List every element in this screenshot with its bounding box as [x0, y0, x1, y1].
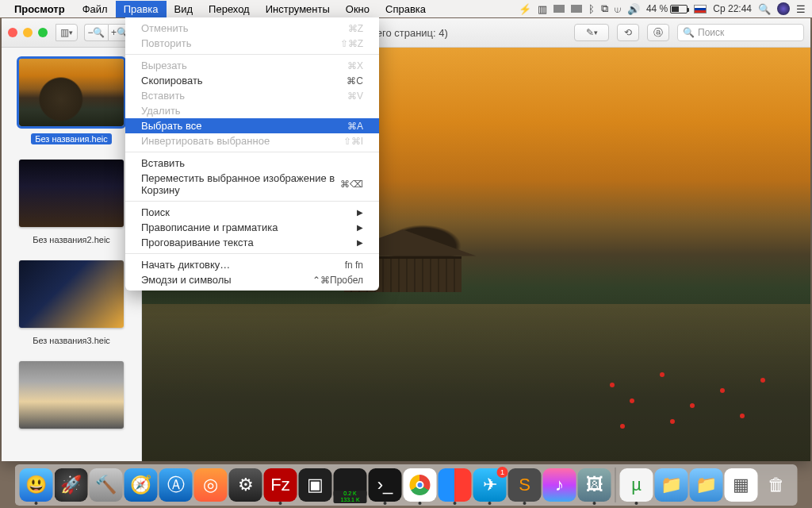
dock-app-hammer[interactable]: 🔨	[90, 468, 123, 502]
thumbnail-image[interactable]	[19, 260, 124, 328]
dock-app-orange[interactable]: ◎	[194, 468, 228, 502]
menu-spelling[interactable]: Правописание и грамматика▶	[125, 220, 379, 235]
dock-appstore[interactable]: Ⓐ	[159, 468, 193, 502]
clock[interactable]: Ср 22:44	[713, 3, 752, 14]
chevron-right-icon: ▶	[357, 223, 363, 232]
menu-separator	[125, 152, 379, 152]
menu-file[interactable]: Файл	[75, 1, 116, 17]
search-placeholder: Поиск	[698, 27, 724, 38]
dock-network-monitor[interactable]: 0.2 K133.1 K	[334, 468, 367, 502]
markup-button[interactable]: ✎ ▾	[574, 24, 609, 41]
notification-center-icon[interactable]: ☰	[796, 3, 806, 15]
volume-icon[interactable]: 🔊	[627, 3, 640, 15]
dropbox-icon[interactable]: ⧉	[601, 2, 608, 15]
thumbnail-label: Без названия.heic	[31, 133, 112, 144]
dock-parallels[interactable]	[439, 468, 472, 502]
thumbnail-label: Без названия2.heic	[29, 234, 114, 245]
displays-icon[interactable]: ▥	[538, 3, 547, 15]
menu-separator	[125, 54, 379, 55]
dock-system-preferences[interactable]: ⚙	[229, 468, 262, 502]
zoom-out-button[interactable]: −🔍	[84, 24, 108, 41]
siri-icon[interactable]	[777, 2, 790, 15]
wifi-icon[interactable]: ⟒	[615, 3, 621, 15]
dock-app-screen[interactable]: ▣	[299, 468, 332, 502]
menu-view[interactable]: Вид	[167, 1, 201, 17]
dock-telegram[interactable]: ✈1	[473, 468, 507, 502]
thumbnail-image[interactable]	[19, 59, 124, 126]
menu-delete: Удалить	[125, 103, 379, 118]
menu-help[interactable]: Справка	[377, 1, 434, 17]
menu-separator	[125, 201, 379, 202]
window-controls	[8, 28, 48, 37]
status-icon-2[interactable]	[571, 5, 582, 13]
status-icon-1[interactable]	[553, 5, 565, 13]
thumbnail-sidebar[interactable]: Без названия.heic Без названия2.heic Без…	[2, 48, 142, 461]
close-button[interactable]	[8, 28, 17, 37]
menubar: Просмотр Файл Правка Вид Переход Инструм…	[0, 0, 812, 17]
battery-status[interactable]: 44 %	[646, 3, 688, 14]
dock-utorrent[interactable]: µ	[620, 468, 653, 502]
badge: 1	[497, 467, 508, 478]
spotlight-icon[interactable]: 🔍	[758, 3, 771, 15]
script-icon[interactable]: ⚡	[519, 3, 531, 15]
edit-menu-dropdown: Отменить⌘Z Повторить⇧⌘Z Вырезать⌘X Скопи…	[125, 17, 379, 291]
sidebar-view-button[interactable]: ▥ ▾	[56, 24, 78, 41]
minimize-button[interactable]	[23, 28, 33, 37]
dock-filezilla[interactable]: Fz	[264, 468, 297, 502]
dock-finder[interactable]: 😃	[20, 468, 53, 502]
menu-paste: Вставить⌘V	[125, 88, 379, 103]
dock-separator	[615, 468, 616, 502]
thumbnail-label: Без названия3.heic	[29, 335, 114, 346]
annotate-button[interactable]: ⓐ	[647, 24, 669, 41]
menu-move-to-trash[interactable]: Переместить выбранное изображение в Корз…	[125, 171, 379, 198]
rotate-button[interactable]: ⟲	[617, 24, 639, 41]
thumbnail-image[interactable]	[19, 160, 124, 227]
dock-preview[interactable]: 🖼	[578, 468, 611, 502]
dock-trash[interactable]: 🗑	[760, 468, 793, 502]
zoom-segment: −🔍 +🔍	[84, 24, 132, 41]
input-source-flag[interactable]	[694, 5, 707, 13]
app-name[interactable]: Просмотр	[14, 3, 65, 15]
menu-separator	[125, 253, 379, 254]
preview-window: ▥ ▾ −🔍 +🔍 ⇪ (документов: 4, всего страни…	[2, 18, 810, 461]
menu-emoji[interactable]: Эмодзи и символы⌃⌘Пробел	[125, 272, 379, 287]
menu-redo: Повторить⇧⌘Z	[125, 36, 379, 51]
dock-iterm[interactable]: ›_	[369, 468, 402, 502]
thumbnail-item[interactable]	[8, 361, 135, 429]
search-icon: 🔍	[683, 27, 695, 38]
search-field[interactable]: 🔍 Поиск	[677, 24, 804, 41]
dock-chrome[interactable]	[404, 468, 437, 502]
thumbnail-image[interactable]	[19, 361, 124, 429]
menu-speech[interactable]: Проговаривание текста▶	[125, 235, 379, 250]
menu-find[interactable]: Поиск▶	[125, 205, 379, 220]
menu-tools[interactable]: Инструменты	[258, 1, 338, 17]
dock-stack[interactable]: ▦	[725, 468, 758, 502]
menu-undo: Отменить⌘Z	[125, 21, 379, 36]
thumbnail-item[interactable]: Без названия.heic	[8, 59, 135, 145]
dock-folder-1[interactable]: 📁	[655, 468, 688, 502]
bluetooth-icon[interactable]: ᛒ	[588, 3, 595, 15]
dock-sublime[interactable]: S	[508, 468, 542, 502]
battery-percent: 44 %	[646, 3, 668, 14]
menu-edit[interactable]: Правка	[116, 1, 167, 17]
thumbnail-item[interactable]: Без названия3.heic	[8, 260, 135, 347]
battery-icon	[670, 5, 688, 13]
view-mode-segment: ▥ ▾	[56, 24, 78, 41]
menu-copy[interactable]: Скопировать⌘C	[125, 73, 379, 88]
chevron-right-icon: ▶	[357, 238, 363, 247]
thumbnail-item[interactable]: Без названия2.heic	[8, 160, 135, 246]
dock: 😃 🚀 🔨 🧭 Ⓐ ◎ ⚙ Fz ▣ 0.2 K133.1 K ›_ ✈1 S …	[15, 464, 798, 506]
menu-invert-selection: Инвертировать выбранное⇧⌘I	[125, 133, 379, 148]
dock-launchpad[interactable]: 🚀	[55, 468, 88, 502]
dock-itunes[interactable]: ♪	[543, 468, 576, 502]
menu-go[interactable]: Переход	[201, 1, 258, 17]
menubar-right: ⚡ ▥ ᛒ ⧉ ⟒ 🔊 44 % Ср 22:44 🔍 ☰	[519, 2, 806, 15]
dock-folder-2[interactable]: 📁	[690, 468, 723, 502]
image-content-foreground	[590, 341, 791, 444]
menu-start-dictation[interactable]: Начать диктовку…fn fn	[125, 257, 379, 272]
dock-safari[interactable]: 🧭	[124, 468, 158, 502]
menu-select-all[interactable]: Выбрать все⌘A	[125, 118, 379, 133]
menu-insert[interactable]: Вставить	[125, 156, 379, 171]
menu-window[interactable]: Окно	[338, 1, 377, 17]
zoom-button[interactable]	[38, 28, 48, 37]
